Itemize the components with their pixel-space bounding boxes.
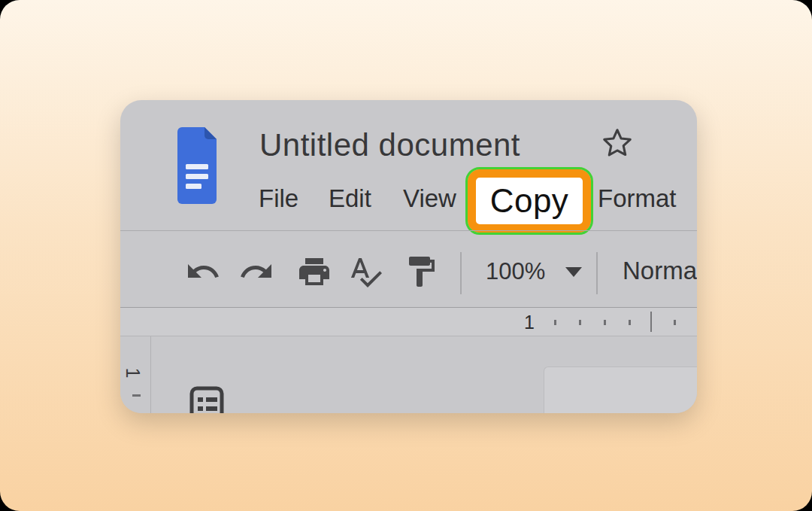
ruler-tick <box>579 320 581 325</box>
google-docs-window: Untitled document File Edit View Copy Fo… <box>120 100 697 413</box>
vertical-ruler-tick <box>132 394 141 397</box>
document-outline-icon[interactable] <box>189 385 225 413</box>
menu-item-file[interactable]: File <box>259 184 298 213</box>
paragraph-style-select[interactable]: Norma <box>623 257 697 285</box>
vertical-ruler <box>150 336 151 413</box>
ruler-number: 1 <box>524 312 535 333</box>
toolbar-divider <box>460 252 462 294</box>
copy-label: Copy <box>490 182 569 220</box>
ruler-margin-marker[interactable] <box>650 312 652 332</box>
ruler-tick <box>674 320 676 325</box>
vertical-ruler-number: 1 <box>122 368 144 379</box>
menu-item-copy-highlighted[interactable]: Copy <box>468 169 591 233</box>
ruler-tick <box>629 320 631 325</box>
menu-item-edit[interactable]: Edit <box>329 184 371 213</box>
document-title[interactable]: Untitled document <box>259 127 583 163</box>
star-icon[interactable] <box>600 126 635 160</box>
document-area: 1 <box>120 336 697 413</box>
google-docs-icon[interactable] <box>177 127 217 204</box>
menu-toolbar-divider <box>120 230 697 231</box>
zoom-select[interactable]: 100% <box>486 258 545 285</box>
spell-check-icon[interactable] <box>347 254 383 290</box>
menu-item-view[interactable]: View <box>403 184 456 213</box>
chevron-down-icon[interactable] <box>565 267 582 277</box>
paint-format-icon[interactable] <box>403 254 439 290</box>
ruler-tick <box>554 320 556 325</box>
undo-icon[interactable] <box>185 254 221 290</box>
menu-item-format[interactable]: Format <box>598 184 677 213</box>
horizontal-ruler[interactable]: 1 <box>120 308 697 336</box>
document-page <box>544 367 697 413</box>
ruler-tick <box>604 320 606 325</box>
redo-icon[interactable] <box>238 254 274 290</box>
print-icon[interactable] <box>296 254 332 290</box>
toolbar-divider <box>596 252 598 294</box>
tutorial-background: Untitled document File Edit View Copy Fo… <box>0 0 812 511</box>
